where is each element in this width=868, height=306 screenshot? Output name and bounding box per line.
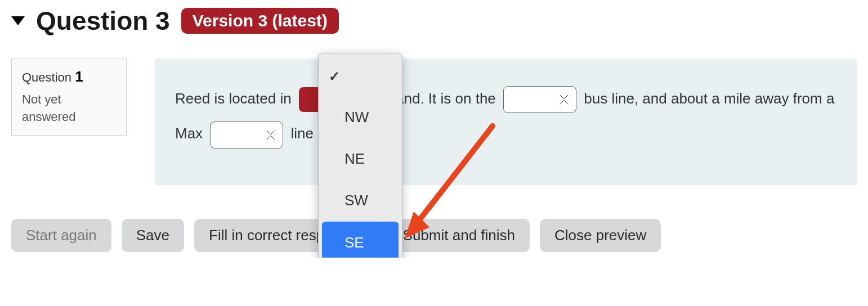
question-label: Question — [22, 70, 71, 84]
question-info-box: Question 1 Not yet answered — [11, 58, 127, 136]
close-preview-button[interactable]: Close preview — [540, 219, 661, 252]
dropdown-option-label: NW — [344, 100, 369, 134]
svg-line-0 — [414, 126, 493, 227]
dropdown-option[interactable]: SW — [322, 179, 399, 221]
button-row: Start again Save Fill in correct respons… — [11, 219, 857, 252]
save-button[interactable]: Save — [122, 219, 184, 252]
collapse-toggle-icon[interactable] — [11, 16, 25, 25]
dropdown-option[interactable]: SE — [322, 222, 399, 258]
question-text-part1: Reed is located in — [175, 90, 296, 107]
dropdown-3[interactable] — [210, 122, 283, 148]
dropdown-2[interactable] — [503, 86, 576, 113]
question-number: 1 — [75, 68, 83, 85]
start-again-button[interactable]: Start again — [11, 219, 111, 252]
dropdown-option-label: NE — [344, 141, 365, 176]
dropdown-option-label: SW — [344, 183, 368, 218]
dropdown-option[interactable]: ✓ — [322, 57, 399, 96]
dropdown-option[interactable]: NW — [322, 96, 399, 138]
question-body: Reed is located in ortland. It is on the… — [155, 58, 857, 185]
question-status: Not yet answered — [22, 91, 116, 126]
dropdown-option-label: SE — [344, 225, 364, 258]
check-icon: ✓ — [329, 60, 344, 93]
version-badge: Version 3 (latest) — [181, 8, 339, 34]
submit-button[interactable]: Submit and finish — [388, 219, 530, 252]
dropdown-popup: ✓NWNESWSE — [318, 53, 402, 258]
dropdown-option[interactable]: NE — [322, 138, 399, 179]
page-title: Question 3 — [36, 6, 170, 36]
